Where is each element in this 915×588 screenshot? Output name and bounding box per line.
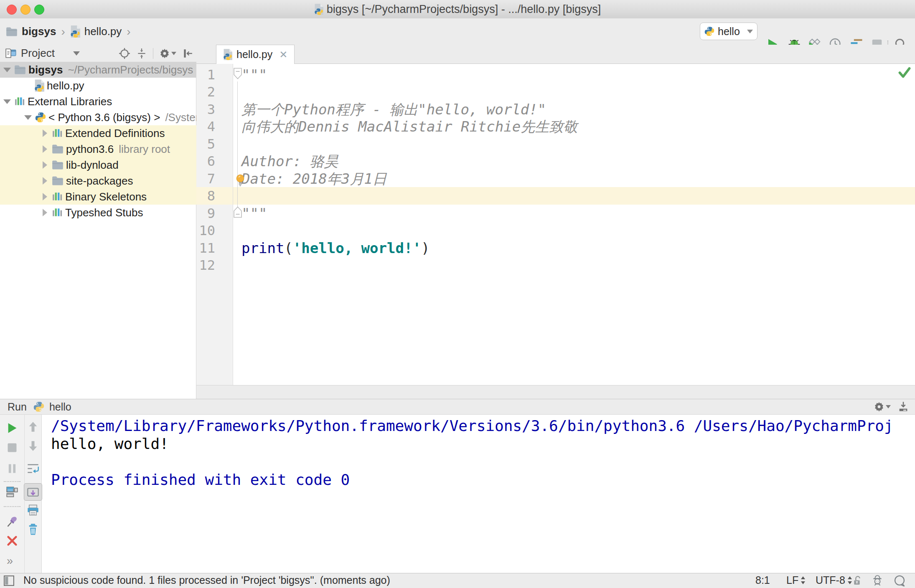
code-line-7[interactable]: Date: 2018年3月1日 [241, 170, 387, 188]
chevron-down-icon[interactable] [73, 51, 80, 56]
expander-collapsed-icon[interactable] [43, 145, 47, 153]
gear-icon [159, 48, 170, 59]
folder-icon [6, 27, 18, 37]
run-panel-settings-button[interactable] [874, 401, 891, 412]
hide-panel-button[interactable] [182, 48, 193, 59]
fold-end-marker[interactable] [233, 206, 242, 218]
tree-item-python36[interactable]: python3.6 library root [0, 141, 196, 157]
line-number: 11 [196, 239, 215, 257]
pause-output-button[interactable] [6, 463, 18, 474]
tree-item-label: < Python 3.6 (bigsys) > [48, 111, 160, 124]
breadcrumb-project[interactable]: bigsys [22, 25, 56, 38]
paren: ) [421, 240, 430, 256]
tree-item-label: bigsys [28, 63, 63, 76]
close-panel-button[interactable] [6, 535, 18, 547]
print-button[interactable] [27, 504, 39, 516]
line-number: 8 [196, 187, 215, 205]
project-panel-title[interactable]: Project [21, 47, 55, 60]
encoding-widget[interactable]: UTF-8 [816, 574, 853, 586]
restore-layout-button[interactable] [6, 486, 18, 498]
tab-hello-py[interactable]: hello.py ✕ [216, 45, 295, 64]
folder-icon [52, 144, 64, 154]
string-literal: 'hello, world!' [293, 240, 421, 256]
gear-icon [874, 401, 884, 412]
expander-collapsed-icon[interactable] [43, 209, 47, 216]
dock-panel-button[interactable] [897, 401, 909, 413]
project-panel-header: Project [0, 45, 196, 62]
intention-bulb-icon[interactable] [235, 174, 245, 187]
tree-item-extended-definitions[interactable]: Extended Definitions [0, 125, 196, 141]
zoom-window-button[interactable] [34, 5, 44, 15]
fold-start-marker[interactable] [233, 68, 242, 79]
expander-collapsed-icon[interactable] [43, 161, 47, 169]
unlock-icon[interactable] [852, 575, 863, 586]
down-stack-trace-button[interactable] [27, 440, 39, 452]
tree-item-python-sdk[interactable]: < Python 3.6 (bigsys) > /System [0, 109, 196, 125]
code-line-11[interactable]: print('hello, world!') [241, 239, 430, 257]
code-line-9[interactable]: """ [241, 205, 267, 222]
soft-wrap-button[interactable] [27, 463, 39, 474]
expander-collapsed-icon[interactable] [43, 129, 47, 137]
folder-icon [14, 65, 26, 75]
line-number: 1 [196, 66, 215, 84]
tree-item-site-packages[interactable]: site-packages [0, 173, 196, 189]
tree-item-binary-skeletons[interactable]: Binary Skeletons [0, 189, 196, 205]
event-log-bubble-icon[interactable] [893, 575, 906, 587]
run-configuration-label: hello [718, 25, 740, 38]
scroll-to-end-icon[interactable] [27, 487, 39, 499]
up-stack-trace-button[interactable] [27, 421, 39, 433]
code-line-3[interactable]: 第一个Python程序 - 输出"hello, world!" [241, 101, 546, 118]
line-number: 3 [196, 101, 215, 118]
panel-settings-button[interactable] [159, 48, 176, 59]
code-line-4[interactable]: 向伟大的Dennis MacAlistair Ritchie先生致敬 [241, 118, 577, 135]
chevron-right-icon: › [126, 25, 131, 38]
caret-position-widget[interactable]: 8:1 [755, 574, 770, 586]
line-separator-widget[interactable]: LF [786, 574, 806, 586]
locate-file-button[interactable] [119, 48, 130, 59]
close-window-button[interactable] [7, 5, 17, 15]
pin-tab-button[interactable] [6, 515, 19, 528]
tree-item-typeshed-stubs[interactable]: Typeshed Stubs [0, 205, 196, 220]
hector-inspections-icon[interactable] [872, 575, 883, 586]
tree-item-external-libraries[interactable]: External Libraries [0, 94, 196, 109]
inspections-ok-check-icon[interactable] [898, 66, 911, 79]
library-bars-icon [52, 191, 63, 202]
python-file-icon [223, 49, 232, 60]
main-toolbar: bigsys › hello.py › hello [0, 18, 915, 45]
tool-window-switcher-icon[interactable] [3, 575, 15, 586]
updown-arrows-icon [847, 575, 853, 585]
python-file-icon [70, 25, 80, 38]
editor-tab-bar [196, 45, 915, 64]
more-actions-button[interactable]: » [7, 555, 14, 568]
stop-process-button[interactable] [6, 442, 18, 454]
chevron-down-icon [171, 52, 176, 55]
tree-item-label: lib-dynload [66, 159, 119, 172]
minimize-window-button[interactable] [20, 5, 30, 15]
python-logo-icon [33, 401, 44, 412]
rerun-button[interactable] [6, 422, 18, 434]
line-number: 6 [196, 152, 215, 170]
code-line-6[interactable]: Author: 骆昊 [241, 152, 338, 170]
expander-expanded-icon[interactable] [3, 68, 11, 72]
tree-item-lib-dynload[interactable]: lib-dynload [0, 157, 196, 173]
line-number: 9 [196, 205, 215, 222]
code-line-1[interactable]: """ [241, 66, 267, 84]
breadcrumb-file[interactable]: hello.py [84, 25, 122, 38]
expander-collapsed-icon[interactable] [43, 193, 47, 200]
run-panel-title[interactable]: Run [8, 401, 27, 413]
fold-range-line [237, 81, 238, 211]
tree-item-label: External Libraries [28, 95, 112, 108]
expander-expanded-icon[interactable] [24, 115, 32, 120]
tab-close-icon[interactable]: ✕ [279, 49, 287, 61]
expander-expanded-icon[interactable] [3, 99, 11, 104]
expander-collapsed-icon[interactable] [43, 177, 47, 185]
status-message: No suspicious code found. 1 files proces… [23, 574, 390, 586]
tree-item-hello-py[interactable]: hello.py [0, 78, 196, 94]
run-panel-header: Run hello [0, 399, 915, 415]
chevron-down-icon [747, 30, 753, 33]
tab-label: hello.py [236, 48, 272, 61]
tree-item-project-root[interactable]: bigsys ~/PycharmProjects/bigsys [0, 62, 196, 78]
run-configuration-select[interactable]: hello [700, 23, 757, 40]
clear-all-button[interactable] [27, 523, 39, 535]
collapse-all-button[interactable] [136, 48, 147, 59]
